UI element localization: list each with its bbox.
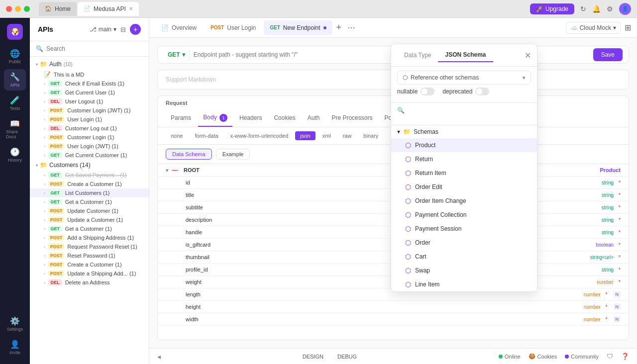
tab-home[interactable]: 🏠 Home [39, 2, 77, 16]
nullable-switch[interactable] [421, 88, 434, 95]
tree-item-update-customer[interactable]: › POST Update Customer (1) [30, 206, 149, 215]
body-type-xml[interactable]: xml [318, 131, 336, 140]
tree-item-list-customers[interactable]: › GET List Customers (1) [30, 188, 149, 197]
tree-item-reset-password[interactable]: › POST Reset Password (1) [30, 251, 149, 260]
body-type-binary[interactable]: binary [358, 131, 383, 140]
method-selector[interactable]: GET ▾ [164, 49, 190, 60]
sidebar-item-share-docs[interactable]: 📖 Share Docs [4, 116, 26, 142]
add-button[interactable]: + [130, 24, 141, 35]
schema-order-edit-icon: ⬡ [405, 183, 411, 191]
tab-pre-processors[interactable]: Pre Processors [326, 110, 377, 126]
layout-icon[interactable]: ⊞ [625, 23, 631, 32]
tree-item-create-customer[interactable]: › POST Create a Customer (1) [30, 180, 149, 188]
refresh-icon[interactable]: ↻ [580, 5, 586, 13]
nullable-toggle[interactable]: nullable [397, 88, 434, 95]
user-login-label: User Login (1) [67, 116, 143, 122]
tree-item-user-login-jwt[interactable]: › POST User Login (JWT) (1) [30, 142, 149, 151]
data-schema-button[interactable]: Data Schema [166, 149, 212, 160]
community-button[interactable]: Community [565, 354, 599, 360]
tab-new-endpoint[interactable]: GET New Endpoint [264, 20, 332, 35]
schema-item-order-edit[interactable]: ⬡ Order Edit [391, 180, 537, 194]
body-type-raw[interactable]: raw [338, 131, 357, 140]
sidebar-item-tests[interactable]: 🧪 Tests [4, 92, 26, 114]
deprecated-switch[interactable] [475, 88, 489, 95]
json-schema-tab[interactable]: JSON Schema [438, 48, 493, 62]
tree-item-md[interactable]: 📝 This is a MD [30, 70, 149, 79]
tab-overview[interactable]: 📄 Overview [155, 20, 203, 35]
schema-item-payment-collection[interactable]: ⬡ Payment Collection [391, 208, 537, 222]
filter-icon[interactable]: ⊟ [120, 26, 126, 33]
schema-item-order[interactable]: ⬡ Order [391, 236, 537, 250]
close-tab-icon[interactable]: ✕ [129, 6, 133, 11]
body-type-json[interactable]: json [295, 131, 315, 140]
add-tab-button[interactable]: + [334, 20, 344, 35]
schema-item-product[interactable]: ⬡ Product [391, 138, 537, 152]
example-button[interactable]: Example [216, 149, 250, 160]
more-tabs-button[interactable]: ⋯ [345, 21, 357, 34]
help-icon[interactable]: ❓ [621, 353, 629, 360]
upgrade-button[interactable]: 🚀 Upgrade [530, 3, 574, 14]
schema-item-return-item[interactable]: ⬡ Return Item [391, 166, 537, 180]
tree-item-delete-address[interactable]: › DEL Delete an Address [30, 278, 149, 287]
tree-item-customer-login[interactable]: › POST Customer Login (1) [30, 133, 149, 142]
body-type-urlencoded[interactable]: x-www-form-urlencoded [225, 131, 294, 140]
branch-selector[interactable]: ⎇ main ▾ [90, 26, 116, 33]
tree-item-update-a-customer[interactable]: › POST Update a Customer (1) [30, 215, 149, 224]
ref-schemas-selector[interactable]: ⬡ Reference other schemas ▾ [397, 71, 531, 85]
tab-auth[interactable]: Auth [303, 110, 325, 126]
sidebar-item-invite[interactable]: 👤 Invite [4, 337, 26, 358]
data-type-tab[interactable]: Data Type [397, 49, 438, 62]
maximize-button[interactable] [24, 6, 30, 12]
tab-headers[interactable]: Headers [234, 110, 267, 126]
schema-item-line-item[interactable]: ⬡ Line Item [391, 277, 537, 291]
deprecated-toggle[interactable]: deprecated [442, 88, 489, 95]
debug-button[interactable]: DEBUG [332, 352, 362, 361]
design-button[interactable]: DESIGN [298, 352, 328, 361]
schema-item-order-item-change[interactable]: ⬡ Order Item Change [391, 194, 537, 208]
tree-item-customer-logout[interactable]: › DEL Customer Log out (1) [30, 124, 149, 133]
tree-group-auth-header[interactable]: ▾ 📁 Auth (10) [30, 59, 149, 70]
tab-user-login[interactable]: POST User Login [205, 20, 262, 35]
tree-item-customer-login-jwt[interactable]: › POST Customer Login (JWT) (1) [30, 106, 149, 115]
sidebar-item-apis[interactable]: 🔧 APIs [4, 69, 26, 91]
cookies-button[interactable]: 🍪 Cookies [529, 353, 557, 360]
tab-params[interactable]: Params [166, 110, 196, 126]
schema-item-cart[interactable]: ⬡ Cart [391, 250, 537, 264]
sidebar-item-history[interactable]: 🕐 History [4, 144, 26, 166]
tree-item-get-customer[interactable]: › GET Get a Customer (1) [30, 197, 149, 206]
cloud-mock-selector[interactable]: ☁️ Cloud Mock ▾ [566, 22, 621, 34]
tree-item-get-saved-payment[interactable]: › GET Get Saved Payment... (1) [30, 171, 149, 180]
dropdown-close-button[interactable]: ✕ [525, 51, 531, 60]
minimize-button[interactable] [15, 6, 21, 12]
tree-item-user-login[interactable]: › POST User Login (1) [30, 115, 149, 124]
bell-icon[interactable]: 🔔 [592, 5, 601, 13]
schema-search-input[interactable] [397, 114, 519, 121]
online-status[interactable]: Online [499, 354, 521, 360]
tree-item-request-password[interactable]: › POST Request Password Reset (1) [30, 242, 149, 251]
close-button[interactable] [6, 6, 12, 12]
tree-item-add-shipping[interactable]: › POST Add a Shipping Address (1) [30, 233, 149, 242]
tree-item-get-current-customer[interactable]: › GET Get Current Customer (1) [30, 151, 149, 160]
save-button[interactable]: Save [593, 48, 623, 61]
body-type-form-data[interactable]: form-data [190, 131, 223, 140]
search-input[interactable] [46, 45, 143, 52]
tree-item-check-email[interactable]: › GET Check if Email Exists (1) [30, 79, 149, 88]
sidebar-item-public[interactable]: 🌐 Public [4, 46, 26, 67]
schemas-group-header[interactable]: ▾ 📁 Schemas [391, 125, 537, 138]
tab-cookies[interactable]: Cookies [269, 110, 300, 126]
tree-item-get-current-user[interactable]: › GET Get Current User (1) [30, 88, 149, 97]
tree-item-create-customer2[interactable]: › POST Create a Customer (1) [30, 260, 149, 269]
avatar[interactable]: 👤 [619, 3, 631, 15]
tab-medusa[interactable]: 📄 Medusa API ✕ [78, 2, 139, 16]
tree-item-update-shipping-add[interactable]: › POST Update a Shipping Add... (1) [30, 269, 149, 278]
tree-group-customers-header[interactable]: ▾ 📁 Customers (14) [30, 160, 149, 171]
schema-item-payment-session[interactable]: ⬡ Payment Session [391, 222, 537, 236]
sidebar-item-settings[interactable]: ⚙️ Settings [4, 313, 26, 335]
schema-item-swap[interactable]: ⬡ Swap [391, 264, 537, 277]
tree-item-get-a-customer2[interactable]: › GET Get a Customer (1) [30, 224, 149, 233]
settings-icon[interactable]: ⚙ [607, 5, 613, 13]
tab-body[interactable]: Body 1 [198, 110, 232, 127]
tree-item-user-logout[interactable]: › DEL User Logout (1) [30, 97, 149, 106]
body-type-none[interactable]: none [166, 131, 188, 140]
schema-item-return[interactable]: ⬡ Return [391, 152, 537, 166]
